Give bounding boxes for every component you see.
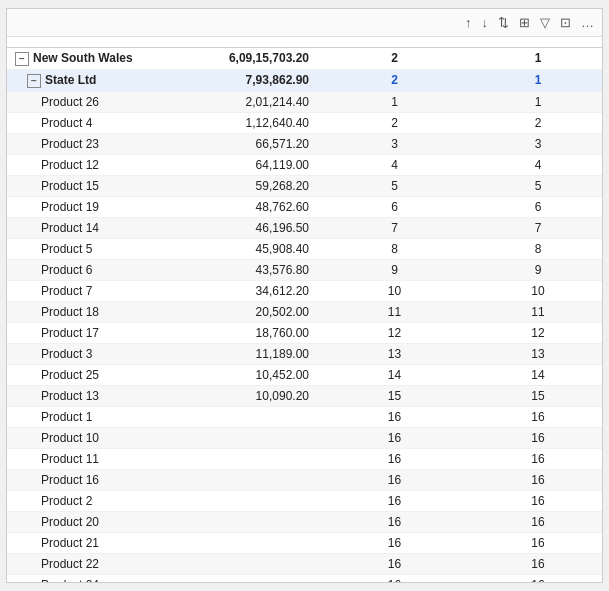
territory-cell: Product 13 — [7, 385, 187, 406]
table-row: Product 1 16 16 — [7, 406, 602, 427]
territory-cell: Product 24 — [7, 574, 187, 582]
more-icon[interactable]: … — [579, 13, 596, 32]
territory-cell: Product 5 — [7, 238, 187, 259]
sales-cell: 66,571.20 — [187, 133, 317, 154]
table-row: Product 3 11,189.00 13 13 — [7, 343, 602, 364]
territory-cell: Product 10 — [7, 427, 187, 448]
territory-cell: Product 18 — [7, 301, 187, 322]
sales-cell — [187, 574, 317, 582]
wrong-rank-cell: 2 — [317, 48, 472, 70]
sales-cell: 46,196.50 — [187, 217, 317, 238]
table-container[interactable]: −New South Wales 6,09,15,703.20 2 1 −Sta… — [7, 37, 602, 582]
table-row: Product 19 48,762.60 6 6 — [7, 196, 602, 217]
wrong-rank-cell: 16 — [317, 574, 472, 582]
right-rank-cell: 5 — [472, 175, 602, 196]
wrong-rank-cell: 12 — [317, 322, 472, 343]
col-right-measure — [472, 37, 602, 48]
wrong-rank-cell: 6 — [317, 196, 472, 217]
wrong-rank-cell: 4 — [317, 154, 472, 175]
territory-cell: Product 12 — [7, 154, 187, 175]
territory-cell: Product 11 — [7, 448, 187, 469]
sales-cell: 48,762.60 — [187, 196, 317, 217]
col-territory — [7, 37, 187, 48]
right-rank-cell: 16 — [472, 448, 602, 469]
table-row: Product 18 20,502.00 11 11 — [7, 301, 602, 322]
filter-icon[interactable]: ▽ — [538, 13, 552, 32]
wrong-rank-cell: 5 — [317, 175, 472, 196]
sales-cell: 10,090.20 — [187, 385, 317, 406]
sort-desc-icon[interactable]: ↓ — [480, 13, 491, 32]
right-rank-cell: 16 — [472, 427, 602, 448]
territory-cell: Product 26 — [7, 91, 187, 112]
right-rank-cell: 16 — [472, 469, 602, 490]
sort-asc-icon[interactable]: ↑ — [463, 13, 474, 32]
table-row: Product 4 1,12,640.40 2 2 — [7, 112, 602, 133]
right-rank-cell: 11 — [472, 301, 602, 322]
wrong-rank-cell: 16 — [317, 406, 472, 427]
table-row: Product 10 16 16 — [7, 427, 602, 448]
sales-cell: 43,576.80 — [187, 259, 317, 280]
right-rank-cell: 7 — [472, 217, 602, 238]
territory-cell: Product 6 — [7, 259, 187, 280]
wrong-rank-cell: 9 — [317, 259, 472, 280]
territory-cell: Product 25 — [7, 364, 187, 385]
right-rank-cell: 8 — [472, 238, 602, 259]
header-row — [7, 37, 602, 48]
table-row: Product 13 10,090.20 15 15 — [7, 385, 602, 406]
territory-cell: −New South Wales — [7, 48, 187, 70]
right-rank-cell: 3 — [472, 133, 602, 154]
right-rank-cell: 16 — [472, 406, 602, 427]
territory-cell: Product 14 — [7, 217, 187, 238]
expand-icon[interactable]: ⊞ — [517, 13, 532, 32]
table-row: Product 11 16 16 — [7, 448, 602, 469]
territory-cell: Product 7 — [7, 280, 187, 301]
wrong-rank-cell: 15 — [317, 385, 472, 406]
export-icon[interactable]: ⊡ — [558, 13, 573, 32]
table-row: Product 16 16 16 — [7, 469, 602, 490]
table-row: Product 12 64,119.00 4 4 — [7, 154, 602, 175]
sales-cell — [187, 406, 317, 427]
table-row: Product 21 16 16 — [7, 532, 602, 553]
sales-cell: 45,908.40 — [187, 238, 317, 259]
right-rank-cell: 10 — [472, 280, 602, 301]
sales-cell: 18,760.00 — [187, 322, 317, 343]
col-total-sales — [187, 37, 317, 48]
table-row: Product 22 16 16 — [7, 553, 602, 574]
wrong-rank-cell: 13 — [317, 343, 472, 364]
sales-cell: 11,189.00 — [187, 343, 317, 364]
toolbar: ↑ ↓ ⇅ ⊞ ▽ ⊡ … — [7, 9, 602, 37]
wrong-rank-cell: 16 — [317, 511, 472, 532]
table-row: Product 17 18,760.00 12 12 — [7, 322, 602, 343]
sales-cell — [187, 532, 317, 553]
table-row: Product 5 45,908.40 8 8 — [7, 238, 602, 259]
territory-cell: Product 22 — [7, 553, 187, 574]
territory-cell: Product 20 — [7, 511, 187, 532]
wrong-rank-cell: 16 — [317, 553, 472, 574]
sales-cell: 6,09,15,703.20 — [187, 48, 317, 70]
wrong-rank-cell: 2 — [317, 112, 472, 133]
expand-state[interactable]: − — [27, 74, 41, 88]
expand-nsw[interactable]: − — [15, 52, 29, 66]
table-row: Product 20 16 16 — [7, 511, 602, 532]
sales-cell: 2,01,214.40 — [187, 91, 317, 112]
territory-cell: Product 3 — [7, 343, 187, 364]
row-state: −State Ltd 7,93,862.90 2 1 — [7, 69, 602, 91]
wrong-rank-cell: 16 — [317, 469, 472, 490]
sort-both-icon[interactable]: ⇅ — [496, 13, 511, 32]
sales-cell: 7,93,862.90 — [187, 69, 317, 91]
wrong-rank-cell: 3 — [317, 133, 472, 154]
table-row: Product 15 59,268.20 5 5 — [7, 175, 602, 196]
territory-cell: Product 17 — [7, 322, 187, 343]
table-row: Product 6 43,576.80 9 9 — [7, 259, 602, 280]
table-row: Product 7 34,612.20 10 10 — [7, 280, 602, 301]
sales-cell: 59,268.20 — [187, 175, 317, 196]
right-rank-cell: 13 — [472, 343, 602, 364]
wrong-rank-cell: 8 — [317, 238, 472, 259]
right-rank-cell: 16 — [472, 553, 602, 574]
table-row: Product 26 2,01,214.40 1 1 — [7, 91, 602, 112]
table-row: Product 2 16 16 — [7, 490, 602, 511]
right-rank-cell: 1 — [472, 69, 602, 91]
main-panel: ↑ ↓ ⇅ ⊞ ▽ ⊡ … −New South Wales 6,09,15,7… — [6, 8, 603, 583]
wrong-rank-cell: 11 — [317, 301, 472, 322]
wrong-rank-cell: 16 — [317, 448, 472, 469]
